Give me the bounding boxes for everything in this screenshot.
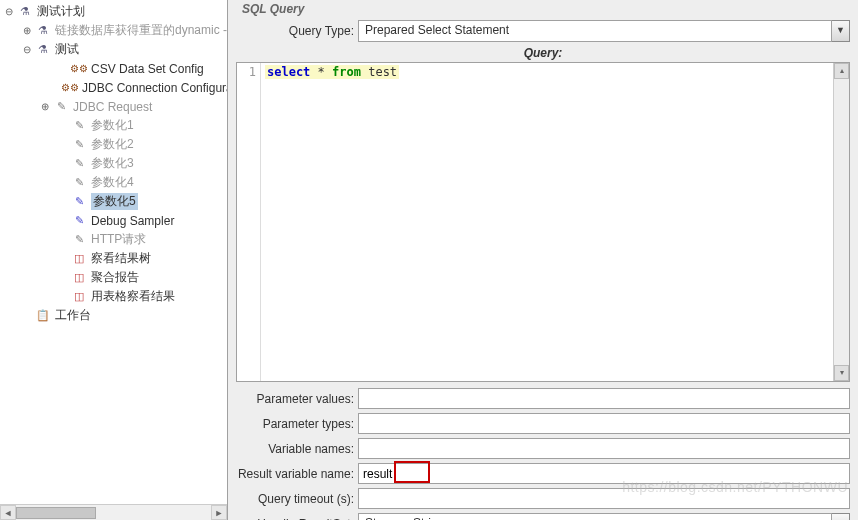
toggle-icon[interactable]: ⊖	[4, 7, 13, 16]
scroll-track[interactable]	[16, 505, 211, 520]
sql-text: *	[310, 65, 332, 79]
listener-icon: ◫	[71, 251, 87, 267]
tree-item-dynamic[interactable]: ⊕ ⚗ 链接数据库获得重置的dynamic -	[0, 21, 227, 40]
toggle-icon[interactable]: ⊖	[22, 45, 31, 54]
scroll-track[interactable]	[834, 79, 849, 365]
tree-panel: ⊖ ⚗ 测试计划 ⊕ ⚗ 链接数据库获得重置的dynamic - ⊖ ⚗ 测试 …	[0, 0, 228, 520]
tree-label: CSV Data Set Config	[91, 62, 204, 76]
content-panel: SQL Query Query Type: Prepared Select St…	[228, 0, 858, 520]
variable-names-input[interactable]	[358, 438, 850, 459]
config-icon: ⚙⚙	[62, 80, 78, 96]
sql-editor[interactable]: 1 select * from test ▴ ▾	[236, 62, 850, 382]
dropdown-value: Store as String	[358, 513, 832, 520]
flask-icon: ⚗	[35, 23, 51, 39]
tree-label: 链接数据库获得重置的dynamic -	[55, 22, 227, 39]
scroll-down-icon[interactable]: ▾	[834, 365, 849, 381]
sql-text: test	[361, 65, 397, 79]
tree-label: 参数化1	[91, 117, 134, 134]
tree-item-param5[interactable]: ✎ 参数化5	[0, 192, 227, 211]
tree-item-table-results[interactable]: ◫ 用表格察看结果	[0, 287, 227, 306]
flask-icon: ⚗	[17, 4, 33, 20]
query-timeout-label: Query timeout (s):	[236, 492, 358, 506]
toggle-icon[interactable]: ⊕	[22, 26, 31, 35]
toggle-icon[interactable]: ⊕	[40, 102, 49, 111]
tree-item-param2[interactable]: ✎ 参数化2	[0, 135, 227, 154]
h-scrollbar[interactable]: ◄ ►	[0, 504, 227, 520]
query-label: Query:	[236, 46, 850, 60]
scroll-left-icon[interactable]: ◄	[0, 505, 16, 520]
tree-item-aggregate[interactable]: ◫ 聚合报告	[0, 268, 227, 287]
tree-label: 测试	[55, 41, 79, 58]
param-values-label: Parameter values:	[236, 392, 358, 406]
sampler-icon: ✎	[71, 232, 87, 248]
query-timeout-input[interactable]	[358, 488, 850, 509]
tree-item-results-tree[interactable]: ◫ 察看结果树	[0, 249, 227, 268]
section-title: SQL Query	[242, 2, 850, 16]
sampler-icon: ✎	[71, 194, 87, 210]
sampler-icon: ✎	[71, 118, 87, 134]
result-var-input[interactable]	[358, 463, 850, 484]
listener-icon: ◫	[71, 289, 87, 305]
tree-label: 察看结果树	[91, 250, 151, 267]
scroll-right-icon[interactable]: ►	[211, 505, 227, 520]
tree-item-workbench[interactable]: 📋 工作台	[0, 306, 227, 325]
chevron-down-icon[interactable]: ▼	[832, 20, 850, 42]
tree-item-http[interactable]: ✎ HTTP请求	[0, 230, 227, 249]
tree-item-jdbc-conn[interactable]: ⚙⚙ JDBC Connection Configurati	[0, 78, 227, 97]
query-type-label: Query Type:	[236, 24, 358, 38]
scroll-thumb[interactable]	[16, 507, 96, 519]
tree-item-jdbc-req[interactable]: ⊕ ✎ JDBC Request	[0, 97, 227, 116]
tree-label: JDBC Request	[73, 100, 152, 114]
tree-item-param1[interactable]: ✎ 参数化1	[0, 116, 227, 135]
tree-label: 工作台	[55, 307, 91, 324]
sampler-icon: ✎	[71, 175, 87, 191]
tree-label: 参数化4	[91, 174, 134, 191]
tree-label: 用表格察看结果	[91, 288, 175, 305]
param-types-input[interactable]	[358, 413, 850, 434]
tree-item-debug[interactable]: ✎ Debug Sampler	[0, 211, 227, 230]
sampler-icon: ✎	[71, 213, 87, 229]
param-values-input[interactable]	[358, 388, 850, 409]
tree-label: HTTP请求	[91, 231, 146, 248]
v-scrollbar[interactable]: ▴ ▾	[833, 63, 849, 381]
tree-label: Debug Sampler	[91, 214, 174, 228]
sql-keyword: from	[332, 65, 361, 79]
dropdown-value: Prepared Select Statement	[358, 20, 832, 42]
tree-item-test[interactable]: ⊖ ⚗ 测试	[0, 40, 227, 59]
tree-label: JDBC Connection Configurati	[82, 81, 228, 95]
sql-keyword: select	[267, 65, 310, 79]
listener-icon: ◫	[71, 270, 87, 286]
result-var-label: Result variable name:	[236, 467, 358, 481]
tree-label: 参数化5	[91, 193, 138, 210]
handle-resultset-dropdown[interactable]: Store as String ▼	[358, 513, 850, 520]
tree-label: 参数化2	[91, 136, 134, 153]
sampler-icon: ✎	[71, 156, 87, 172]
flask-icon: ⚗	[35, 42, 51, 58]
query-type-dropdown[interactable]: Prepared Select Statement ▼	[358, 20, 850, 42]
tree-item-csv[interactable]: ⚙⚙ CSV Data Set Config	[0, 59, 227, 78]
tree-label: 参数化3	[91, 155, 134, 172]
line-number: 1	[237, 65, 256, 79]
tree-item-param4[interactable]: ✎ 参数化4	[0, 173, 227, 192]
variable-names-label: Variable names:	[236, 442, 358, 456]
chevron-down-icon[interactable]: ▼	[832, 513, 850, 520]
tree-item-param3[interactable]: ✎ 参数化3	[0, 154, 227, 173]
scroll-up-icon[interactable]: ▴	[834, 63, 849, 79]
line-gutter: 1	[237, 63, 261, 381]
param-types-label: Parameter types:	[236, 417, 358, 431]
sampler-icon: ✎	[71, 137, 87, 153]
tree-root[interactable]: ⊖ ⚗ 测试计划	[0, 2, 227, 21]
editor-area[interactable]: select * from test	[261, 63, 833, 381]
clipboard-icon: 📋	[35, 308, 51, 324]
config-icon: ⚙⚙	[71, 61, 87, 77]
sampler-icon: ✎	[53, 99, 69, 115]
tree-label: 聚合报告	[91, 269, 139, 286]
tree-label: 测试计划	[37, 3, 85, 20]
